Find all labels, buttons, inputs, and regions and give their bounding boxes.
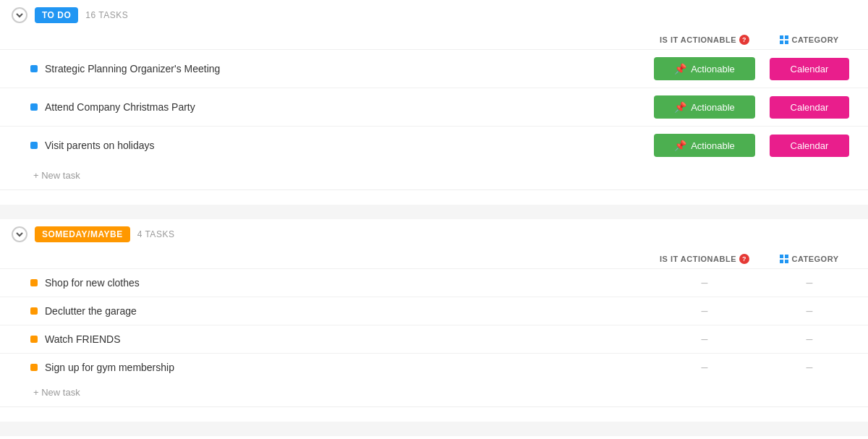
task-name: Shop for new clothes [45,277,140,289]
category-dash: – [770,276,849,289]
actionable-button[interactable]: 📌Actionable [654,57,755,80]
actionable-label: Actionable [691,102,735,113]
column-headers-someday: IS IT ACTIONABLE?CATEGORY [0,250,868,268]
task-left: Attend Company Christmas Party [12,101,647,113]
actionable-button[interactable]: 📌Actionable [654,134,755,157]
category-button-calendar[interactable]: Calendar [770,135,849,157]
task-dot [30,142,38,149]
task-dot [30,336,38,343]
category-cell: – [762,276,856,289]
task-name: Visit parents on holidays [45,140,155,151]
task-row: Watch FRIENDS–– [0,325,868,353]
col-actionable-header: IS IT ACTIONABLE? [647,35,762,45]
task-dot [30,65,38,72]
section-todo: TO DO16 TASKSIS IT ACTIONABLE?CATEGORYSt… [0,0,868,190]
section-badge-someday[interactable]: SOMEDAY/MAYBE [35,226,130,242]
grid-icon [780,35,788,44]
task-dot [30,364,38,371]
actionable-cell: – [647,333,762,346]
grid-icon [780,255,788,263]
pin-icon: 📌 [674,63,686,74]
task-left: Watch FRIENDS [12,333,647,345]
task-name: Declutter the garage [45,305,137,317]
task-left: Sign up for gym membership [12,362,647,373]
actionable-cell: – [647,276,762,289]
chevron-someday-icon[interactable] [12,226,27,242]
col-category-header: CATEGORY [762,35,856,44]
section-header-someday: SOMEDAY/MAYBE4 TASKS [0,219,868,250]
task-left: Visit parents on holidays [12,140,647,151]
actionable-dash: – [654,304,755,317]
pin-icon: 📌 [674,140,686,151]
svg-rect-1 [785,35,788,39]
task-name: Attend Company Christmas Party [45,101,195,113]
category-button-calendar[interactable]: Calendar [770,58,849,80]
actionable-cell: – [647,304,762,317]
col-category-header: CATEGORY [762,255,856,263]
section-task-count-someday: 4 TASKS [137,229,175,239]
actionable-dash: – [654,361,755,374]
col-category-label: CATEGORY [791,255,838,263]
task-name: Sign up for gym membership [45,362,174,373]
column-headers-todo: IS IT ACTIONABLE?CATEGORY [0,30,868,49]
actionable-label: Actionable [691,140,735,151]
svg-rect-0 [780,35,783,39]
question-icon: ? [739,35,749,45]
svg-rect-7 [785,260,788,263]
svg-rect-5 [785,255,788,258]
col-category-label: CATEGORY [791,35,838,44]
task-name: Strategic Planning Organizer's Meeting [45,63,220,74]
task-left: Declutter the garage [12,305,647,317]
actionable-cell: 📌Actionable [647,134,762,157]
task-row: Sign up for gym membership–– [0,353,868,381]
task-name: Watch FRIENDS [45,333,121,345]
actionable-cell: – [647,361,762,374]
section-header-inprogress: IN PROGRESS2 TASKS [0,436,868,439]
task-left: Strategic Planning Organizer's Meeting [12,63,647,74]
actionable-dash: – [654,333,755,346]
category-cell: Calendar [762,96,856,119]
actionable-cell: 📌Actionable [647,57,762,80]
section-inprogress: IN PROGRESS2 TASKSIS IT ACTIONABLE?CATEG… [0,436,868,439]
category-button-calendar[interactable]: Calendar [770,96,849,119]
actionable-dash: – [654,276,755,289]
category-cell: – [762,333,856,346]
section-header-todo: TO DO16 TASKS [0,0,868,30]
task-row: Shop for new clothes–– [0,268,868,297]
category-cell: Calendar [762,135,856,157]
svg-rect-4 [780,255,783,258]
actionable-button[interactable]: 📌Actionable [654,95,755,119]
category-dash: – [770,361,849,374]
task-row: Strategic Planning Organizer's Meeting📌A… [0,49,868,88]
category-dash: – [770,304,849,317]
col-actionable-header: IS IT ACTIONABLE? [647,254,762,264]
svg-rect-3 [785,41,788,44]
new-task-button[interactable]: + New task [0,381,868,406]
section-task-count-todo: 16 TASKS [85,10,128,20]
category-cell: – [762,361,856,374]
new-task-button[interactable]: + New task [0,164,868,189]
task-row: Declutter the garage–– [0,297,868,325]
task-dot [30,307,38,315]
task-dot [30,103,38,111]
category-cell: – [762,304,856,317]
chevron-todo-icon[interactable] [12,7,27,23]
category-dash: – [770,333,849,346]
task-left: Shop for new clothes [12,277,647,289]
actionable-cell: 📌Actionable [647,95,762,119]
col-actionable-label: IS IT ACTIONABLE [660,35,736,44]
svg-rect-6 [780,260,783,263]
section-badge-todo[interactable]: TO DO [35,7,78,23]
actionable-label: Actionable [691,64,735,74]
task-row: Visit parents on holidays📌ActionableCale… [0,126,868,164]
category-cell: Calendar [762,58,856,80]
svg-rect-2 [780,41,783,44]
col-actionable-label: IS IT ACTIONABLE [660,255,736,263]
question-icon: ? [739,254,749,264]
section-someday: SOMEDAY/MAYBE4 TASKSIS IT ACTIONABLE?CAT… [0,219,868,407]
task-dot [30,279,38,286]
pin-icon: 📌 [674,101,686,113]
task-row: Attend Company Christmas Party📌Actionabl… [0,88,868,126]
